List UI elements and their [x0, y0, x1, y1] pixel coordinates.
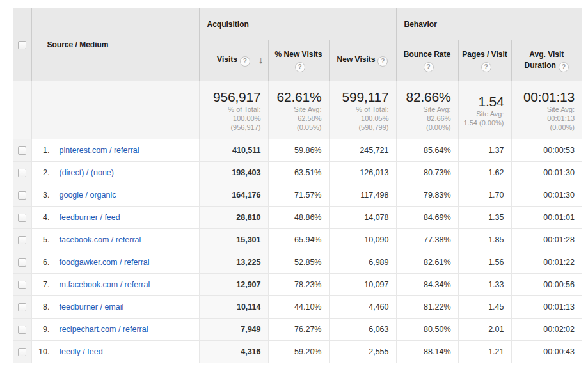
totals-subtext: (0.00%): [514, 123, 575, 132]
source-medium-link[interactable]: foodgawker.com / referral: [60, 258, 150, 267]
sort-descending-icon[interactable]: ↓: [258, 54, 264, 65]
source-medium-link[interactable]: m.facebook.com / referral: [60, 280, 150, 289]
help-icon[interactable]: ?: [240, 56, 250, 67]
totals-subtext: Site Avg:: [399, 105, 451, 114]
source-medium-link[interactable]: pinterest.com / referral: [60, 146, 139, 155]
row-checkbox[interactable]: [18, 348, 26, 356]
column-header-new-visits[interactable]: New Visits?: [329, 40, 396, 81]
row-checkbox-cell: [13, 251, 31, 274]
row-checkbox-cell: [13, 341, 31, 363]
row-checkbox[interactable]: [18, 258, 26, 267]
source-medium-table-card: Source / Medium Acquisition Behavior Vis…: [13, 8, 582, 363]
row-index: 8.: [32, 303, 50, 311]
row-checkbox[interactable]: [18, 281, 26, 289]
new-visits-cell: 10,097: [329, 274, 396, 296]
row-checkbox[interactable]: [18, 236, 26, 244]
source-medium-cell: 4.feedburner / feed: [31, 207, 199, 229]
bounce-rate-cell: 85.64%: [396, 139, 458, 162]
column-header-label: New Visits: [337, 55, 376, 64]
totals-subtext: (0.05%): [271, 123, 322, 132]
row-checkbox[interactable]: [18, 146, 26, 155]
column-header-bounce-rate[interactable]: Bounce Rate?: [396, 40, 458, 81]
visits-cell: 12,907: [199, 274, 268, 296]
source-medium-link[interactable]: recipechart.com / referral: [60, 325, 148, 334]
help-icon[interactable]: ?: [481, 62, 491, 72]
row-index: 4.: [32, 213, 50, 222]
row-checkbox[interactable]: [18, 303, 26, 311]
visits-cell: 410,511: [199, 139, 268, 162]
row-checkbox-cell: [13, 229, 31, 251]
totals-visits: 956,917 % of Total: 100.00% (956,917): [199, 81, 268, 139]
bounce-rate-cell: 84.34%: [396, 274, 458, 296]
totals-value: 1.54: [461, 93, 504, 109]
avg-visit-duration-cell: 00:01:28: [511, 229, 582, 251]
visits-cell: 10,114: [199, 296, 268, 319]
new-visits-cell: 2,555: [329, 341, 396, 363]
source-medium-cell: 3.google / organic: [31, 184, 199, 207]
help-icon[interactable]: ?: [559, 62, 569, 72]
totals-subtext: Site Avg:: [514, 105, 575, 114]
source-medium-link[interactable]: feedly / feed: [60, 347, 103, 356]
row-checkbox[interactable]: [18, 326, 26, 334]
pct-new-visits-cell: 76.27%: [268, 319, 329, 341]
pct-new-visits-cell: 63.51%: [268, 162, 329, 184]
group-header-acquisition: Acquisition: [199, 8, 396, 40]
avg-visit-duration-cell: 00:00:43: [511, 341, 582, 363]
source-medium-cell: 2.(direct) / (none): [31, 162, 199, 184]
totals-new-visits: 599,117 % of Total: 100.05% (598,799): [329, 81, 396, 139]
avg-visit-duration-cell: 00:00:53: [511, 139, 582, 162]
row-checkbox[interactable]: [18, 214, 26, 222]
avg-visit-duration-cell: 00:01:01: [511, 207, 582, 229]
totals-value: 62.61%: [271, 89, 322, 105]
column-header-source-medium[interactable]: Source / Medium: [31, 8, 199, 81]
row-index: 2.: [32, 168, 50, 177]
source-medium-link[interactable]: feedburner / feed: [60, 213, 120, 222]
visits-cell: 15,301: [199, 229, 268, 251]
totals-value: 956,917: [202, 89, 261, 105]
avg-visit-duration-cell: 00:01:13: [511, 296, 582, 319]
row-checkbox[interactable]: [18, 191, 26, 200]
row-checkbox-cell: [13, 274, 31, 296]
pages-visit-cell: 1.85: [458, 229, 511, 251]
source-medium-link[interactable]: google / organic: [60, 191, 116, 200]
table-body: 1.pinterest.com / referral410,51159.86%2…: [13, 139, 582, 363]
help-icon[interactable]: ?: [377, 56, 388, 67]
help-icon[interactable]: ?: [295, 62, 305, 72]
column-header-label: % New Visits: [275, 50, 322, 59]
source-medium-link[interactable]: feedburner / email: [60, 303, 124, 311]
select-all-checkbox[interactable]: [18, 41, 26, 49]
table-row: 8.feedburner / email10,11444.10%4,46081.…: [13, 296, 582, 319]
pages-visit-cell: 1.62: [458, 162, 511, 184]
pct-new-visits-cell: 78.23%: [268, 274, 329, 296]
avg-visit-duration-cell: 00:00:56: [511, 274, 582, 296]
new-visits-cell: 4,460: [329, 296, 396, 319]
totals-empty-cell: [13, 81, 31, 139]
column-header-avg-visit-duration[interactable]: Avg. Visit Duration?: [511, 40, 582, 81]
visits-cell: 28,810: [199, 207, 268, 229]
bounce-rate-cell: 82.61%: [396, 251, 458, 274]
totals-subtext: 82.66%: [399, 114, 451, 123]
help-icon[interactable]: ?: [424, 62, 434, 72]
column-header-visits[interactable]: Visits?↓: [199, 40, 268, 81]
new-visits-cell: 6,989: [329, 251, 396, 274]
pages-visit-cell: 1.21: [458, 341, 511, 363]
source-medium-cell: 8.feedburner / email: [31, 296, 199, 319]
source-medium-link[interactable]: facebook.com / referral: [60, 235, 141, 244]
totals-subtext: (598,799): [332, 123, 389, 132]
totals-empty-cell: [31, 81, 199, 139]
source-medium-cell: 5.facebook.com / referral: [31, 229, 199, 251]
bounce-rate-cell: 77.38%: [396, 229, 458, 251]
totals-subtext: 1.54 (0.00%): [461, 118, 504, 127]
avg-visit-duration-cell: 00:01:30: [511, 184, 582, 207]
pages-visit-cell: 1.37: [458, 139, 511, 162]
column-header-pct-new-visits[interactable]: % New Visits?: [268, 40, 329, 81]
source-medium-link[interactable]: (direct) / (none): [60, 168, 114, 177]
new-visits-cell: 245,721: [329, 139, 396, 162]
pages-visit-cell: 2.01: [458, 319, 511, 341]
column-header-pages-visit[interactable]: Pages / Visit?: [458, 40, 511, 81]
row-checkbox-cell: [13, 296, 31, 319]
row-checkbox[interactable]: [18, 169, 26, 177]
row-index: 9.: [32, 325, 50, 334]
avg-visit-duration-cell: 00:01:30: [511, 162, 582, 184]
column-header-label: Bounce Rate: [404, 50, 450, 59]
